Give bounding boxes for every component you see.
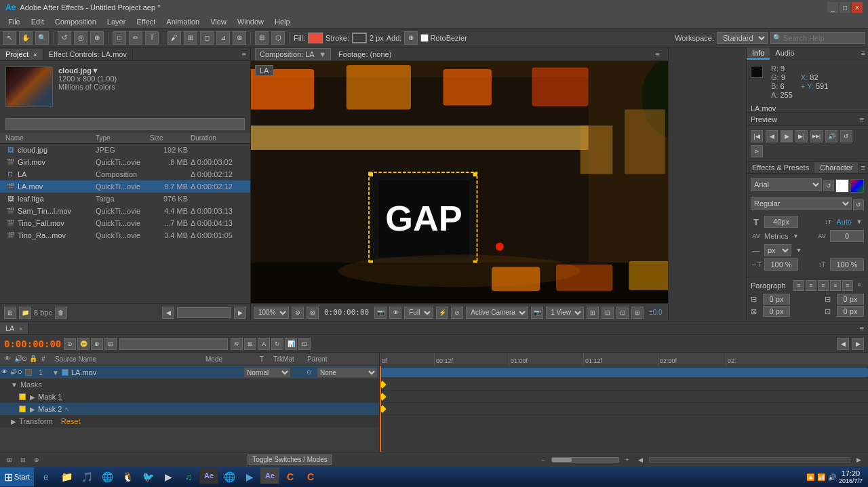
space-before-input[interactable] (763, 306, 790, 317)
play-btn[interactable]: ▶ (781, 130, 793, 142)
menu-edit[interactable]: Edit (26, 16, 50, 27)
menu-effect[interactable]: Effect (131, 16, 161, 27)
behind-tool[interactable]: ⊕ (90, 31, 104, 45)
puppet-tool[interactable]: ⊛ (233, 31, 246, 45)
tl-masks-expand[interactable]: ▼ (11, 381, 18, 389)
show-snapshot-btn[interactable]: 👁 (389, 307, 401, 319)
tl-layer-1[interactable]: 👁 🔊 ⊙ 1 ▼ LA.mov Normal ⊙ (0, 366, 379, 378)
tab-composition[interactable]: Composition: LA ▼ (255, 48, 331, 60)
search-input[interactable] (770, 32, 865, 44)
guides-btn[interactable]: ⊞ (587, 307, 599, 319)
list-item[interactable]: 🎬 Girl.mov QuickTi...ovie .8 MB Δ 0:00:0… (0, 156, 250, 168)
ram-preview-btn[interactable]: ⊳ (751, 145, 763, 157)
volume-icon[interactable]: 🔊 (828, 473, 836, 481)
transparency-btn[interactable]: ⊘ (451, 307, 463, 319)
tl-trk-1[interactable]: ⊙ (304, 368, 314, 377)
tl-track-1[interactable] (380, 366, 868, 378)
tl-mask1-row[interactable]: ▶ Mask 1 (0, 391, 379, 403)
tl-comp-btn[interactable]: ⊡ (298, 338, 311, 350)
tl-draft-btn[interactable]: ⊞ (244, 338, 256, 350)
tl-track-mask2[interactable] (380, 391, 868, 403)
tray-icon-1[interactable]: 🔼 (806, 473, 814, 481)
font-select[interactable]: Arial (751, 178, 822, 191)
workspace-select[interactable]: Standard (717, 32, 768, 44)
tl-playhead[interactable] (380, 366, 381, 452)
rotation-tool[interactable]: ↺ (58, 31, 71, 45)
info-panel-menu[interactable]: ≡ (859, 47, 868, 60)
hand-tool[interactable]: ✋ (19, 31, 33, 45)
tl-tab-close[interactable]: × (19, 326, 22, 332)
clone-tool[interactable]: ⊞ (184, 31, 197, 45)
tl-track-transform[interactable] (380, 403, 868, 415)
tl-frameblend-btn[interactable]: ⊟ (104, 338, 117, 350)
comp-settings-btn[interactable]: ⚙ (292, 307, 304, 319)
la-viewport-tab[interactable]: LA (255, 65, 273, 76)
menu-composition[interactable]: Composition (50, 16, 102, 27)
indent-left-input[interactable] (763, 294, 790, 305)
list-item[interactable]: 🗒 LA Composition Δ 0:00:02:12 (0, 168, 250, 180)
start-button[interactable]: ⊞ Start (0, 467, 34, 486)
justify-all-btn[interactable]: ≡ (842, 280, 853, 291)
font-style-select[interactable]: Regular (751, 197, 852, 210)
taskbar-green[interactable]: ▶ (240, 467, 259, 486)
tl-solo-header[interactable]: ⊙ (22, 355, 28, 364)
unit-dropdown[interactable]: ▼ (794, 246, 804, 255)
h-scale-input[interactable] (764, 258, 798, 271)
tl-solo-1[interactable]: ⊙ (18, 369, 24, 376)
taskbar-media2[interactable]: ▶ (159, 467, 178, 486)
tl-new-layer-btn[interactable]: ⊞ (4, 454, 15, 465)
taskbar-penguin[interactable]: 🐧 (118, 467, 137, 486)
taskbar-c2[interactable]: C (301, 467, 320, 486)
tab-footage[interactable]: Footage: (none) (334, 48, 396, 60)
v-scale-input[interactable] (830, 258, 864, 271)
char-color-swatch[interactable] (835, 179, 849, 193)
audio-btn[interactable]: 🔊 (825, 130, 837, 142)
maximize-button[interactable]: □ (840, 2, 850, 13)
tl-lock-1[interactable] (25, 369, 32, 376)
comp-region-btn[interactable]: ⊠ (307, 307, 319, 319)
project-search-input[interactable] (5, 118, 245, 130)
close-button[interactable]: × (852, 2, 863, 13)
tl-parent-select-1[interactable]: None (317, 367, 378, 378)
tl-graph-btn[interactable]: 📊 (285, 338, 297, 350)
grid-btn[interactable]: ⊟ (601, 307, 614, 319)
list-item[interactable]: 🎬 Tino_Ra...mov QuickTi...ovie 3.4 MB Δ … (0, 229, 250, 241)
tl-scroll-right[interactable]: ▶ (853, 454, 864, 465)
fill-color[interactable] (308, 33, 323, 43)
tl-transform-row[interactable]: ▶ Transform Reset (0, 415, 379, 427)
list-item[interactable]: 🎬 LA.mov QuickTi...ovie 8.7 MB Δ 0:00:02… (0, 180, 250, 193)
tl-eye-1[interactable]: 👁 (1, 368, 9, 376)
list-item[interactable]: 🖼 cloud.jpg JPEG 192 KB (0, 144, 250, 156)
view-select[interactable]: 1 View (546, 307, 584, 319)
align-left-btn[interactable]: ≡ (793, 280, 804, 291)
tab-info[interactable]: Info (747, 47, 770, 60)
taskbar-chrome[interactable]: 🌐 (220, 467, 239, 486)
tl-mask2-row[interactable]: ▶ Mask 2 ↖ (0, 403, 379, 415)
add-btn[interactable]: ⊕ (404, 31, 418, 45)
effects-panel-menu[interactable]: ≡ (859, 162, 868, 173)
align-center-btn[interactable]: ≡ (806, 280, 816, 291)
tl-audio-1[interactable]: 🔊 (10, 369, 17, 376)
tab-project[interactable]: Project × (0, 49, 43, 60)
tl-zoom-slider[interactable] (551, 457, 619, 463)
menu-window[interactable]: Window (232, 16, 269, 27)
menu-help[interactable]: Help (269, 16, 296, 27)
tl-mask2-expand[interactable]: ▶ (30, 406, 35, 413)
tl-new-comp-btn[interactable]: ⊕ (31, 454, 42, 465)
taskbar-ae[interactable]: Ae (199, 467, 218, 484)
taskbar-spotify[interactable]: ♫ (179, 467, 198, 486)
tl-lock-header[interactable]: 🔒 (29, 355, 36, 364)
menu-animation[interactable]: Animation (161, 16, 205, 27)
tl-zoom-in[interactable]: + (622, 454, 633, 465)
tl-panel-menu[interactable]: ≡ (856, 323, 868, 334)
list-item[interactable]: 🎬 Sam_Tin...l.mov QuickTi...ovie 4.4 MB … (0, 205, 250, 217)
taskbar-media[interactable]: 🎵 (77, 467, 96, 486)
last-frame-btn[interactable]: ▶▶| (810, 130, 823, 142)
delete-btn[interactable]: 🗑 (55, 307, 67, 319)
menu-view[interactable]: View (205, 16, 232, 27)
camera-orbit-tool[interactable]: ◎ (74, 31, 87, 45)
new-comp-from-footage-btn[interactable]: ⊞ (4, 307, 16, 319)
tl-transform-expand[interactable]: ▶ (11, 418, 16, 425)
roto-bezier-label[interactable]: RotoBezier (420, 34, 467, 42)
snapshot-btn[interactable]: 📷 (374, 307, 387, 319)
